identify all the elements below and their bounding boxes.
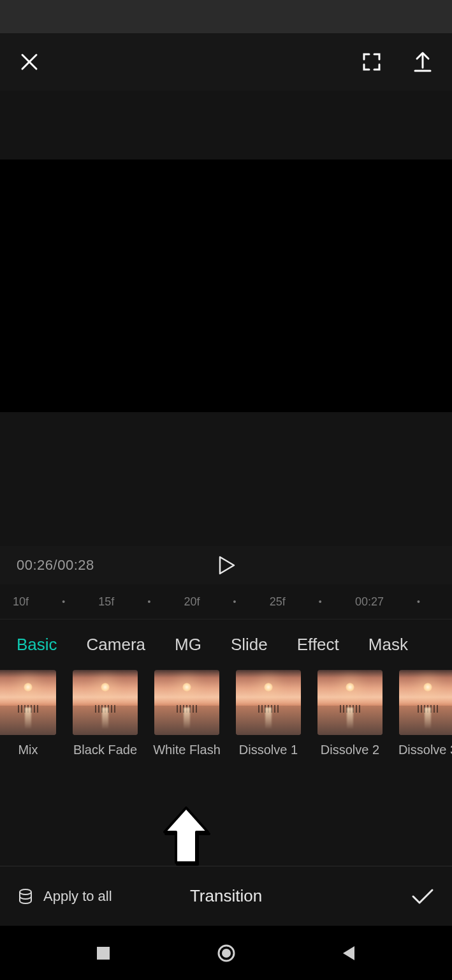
preset-label: Mix [18, 743, 38, 757]
export-button[interactable] [410, 49, 435, 75]
playback-time: 00:26/00:28 [17, 557, 94, 574]
preset-dissolve-1[interactable]: Dissolve 1 [236, 670, 301, 757]
preview-padding-bottom [0, 412, 452, 546]
expand-icon [361, 52, 382, 72]
tab-effect[interactable]: Effect [297, 635, 339, 655]
tab-camera[interactable]: Camera [87, 635, 145, 655]
preset-thumb [154, 670, 219, 735]
time-current: 00:26 [17, 557, 54, 573]
check-icon [411, 887, 434, 905]
time-total: 00:28 [57, 557, 94, 573]
preset-thumb [236, 670, 301, 735]
top-bar [0, 33, 452, 91]
video-preview[interactable] [0, 160, 452, 412]
preset-label: White Flash [153, 743, 221, 757]
preset-thumb [73, 670, 138, 735]
preset-dissolve-3[interactable]: Dissolve 3 [399, 670, 452, 757]
tab-mask[interactable]: Mask [368, 635, 408, 655]
preview-padding-top [0, 91, 452, 160]
preset-label: Dissolve 2 [321, 743, 379, 757]
preset-label: Dissolve 3 [398, 743, 452, 757]
play-button[interactable] [214, 553, 239, 578]
close-button[interactable] [17, 49, 42, 75]
apply-to-all-button[interactable]: Apply to all [17, 887, 112, 905]
ruler-mark: 25f [270, 595, 286, 609]
close-icon [20, 52, 39, 71]
nav-back-button[interactable] [330, 934, 368, 972]
presets-scroll[interactable]: Mix Black Fade White Flash [0, 665, 452, 866]
triangle-back-icon [340, 945, 357, 961]
svg-marker-4 [220, 557, 234, 574]
layers-icon [17, 887, 34, 905]
confirm-button[interactable] [410, 884, 435, 909]
status-bar [0, 0, 452, 33]
upload-icon [412, 51, 433, 73]
nav-home-button[interactable] [207, 934, 245, 972]
nav-recent-button[interactable] [84, 934, 122, 972]
preset-thumb [399, 670, 452, 735]
timeline-ruler[interactable]: 10f • 15f • 20f • 25f • 00:27 • [0, 584, 452, 619]
playback-bar: 00:26/00:28 [0, 546, 452, 584]
category-tabs: Basic Camera MG Slide Effect Mask [0, 620, 452, 665]
preset-mix[interactable]: Mix [0, 670, 56, 757]
svg-marker-9 [343, 946, 354, 960]
ruler-mark: 15f [98, 595, 114, 609]
svg-point-5 [20, 889, 31, 895]
tab-slide[interactable]: Slide [231, 635, 268, 655]
preset-label: Black Fade [73, 743, 137, 757]
preset-black-fade[interactable]: Black Fade [73, 670, 138, 757]
ruler-mark: 10f [13, 595, 29, 609]
play-icon [217, 556, 235, 575]
square-icon [96, 946, 111, 961]
tab-mg[interactable]: MG [175, 635, 201, 655]
transition-panel: Basic Camera MG Slide Effect Mask Mix [0, 619, 452, 866]
preset-thumb [0, 670, 56, 735]
ruler-mark: 20f [184, 595, 200, 609]
preset-label: Dissolve 1 [239, 743, 298, 757]
panel-title: Transition [190, 886, 262, 906]
circle-icon [216, 943, 237, 963]
ruler-mark: 00:27 [355, 595, 384, 609]
preset-thumb [317, 670, 383, 735]
svg-rect-6 [97, 947, 110, 960]
svg-point-8 [222, 949, 231, 958]
panel-footer: Apply to all Transition [0, 866, 452, 926]
preset-white-flash[interactable]: White Flash [154, 670, 219, 757]
tab-basic[interactable]: Basic [17, 635, 57, 655]
preset-dissolve-2[interactable]: Dissolve 2 [317, 670, 383, 757]
apply-to-all-label: Apply to all [43, 888, 112, 905]
android-nav-bar [0, 926, 452, 980]
expand-button[interactable] [359, 49, 384, 75]
